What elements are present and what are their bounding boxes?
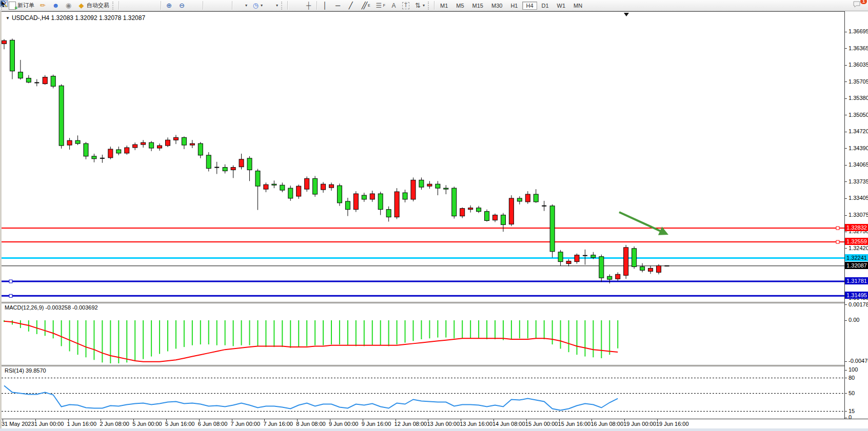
timeframe-m1[interactable]: M1 bbox=[437, 2, 451, 10]
timeframe-d1[interactable]: D1 bbox=[538, 2, 553, 10]
time-tick-label: 13 Jun 16:00 bbox=[460, 421, 492, 427]
dropdown-caret-icon: ▾ bbox=[423, 3, 425, 8]
timeframe-m30[interactable]: M30 bbox=[488, 2, 506, 10]
time-tick-label: 13 Jun 00:00 bbox=[427, 421, 460, 427]
profile-button[interactable]: ☻ bbox=[49, 0, 62, 11]
cursor-tool-button[interactable] bbox=[289, 0, 302, 11]
time-tick-label: 1 Jun 16:00 bbox=[67, 421, 97, 427]
indicators-button[interactable]: +▾ bbox=[234, 0, 249, 11]
indicators-icon: + bbox=[236, 2, 245, 10]
axis-tick-mark bbox=[845, 65, 847, 66]
level-price-label: 1.32832 bbox=[845, 224, 868, 231]
line-chart-icon bbox=[148, 2, 157, 10]
timeframe-group: M1M5M15M30H1H4D1W1MN bbox=[436, 3, 586, 9]
price-axis[interactable]: 1.366951.363651.360351.357051.353801.350… bbox=[844, 11, 868, 419]
templates-button[interactable]: ▾ bbox=[265, 0, 280, 11]
axis-tick-mark bbox=[845, 378, 847, 378]
time-tick-label: 14 Jun 08:00 bbox=[492, 421, 525, 427]
tile-windows-button[interactable] bbox=[188, 0, 201, 11]
price-tick: 1.33405 bbox=[849, 195, 868, 201]
crosshair-tool-button[interactable]: ┼ bbox=[302, 0, 315, 11]
dropdown-caret-icon: ▾ bbox=[276, 3, 278, 8]
level-price-label: 1.32087 bbox=[845, 262, 868, 269]
zoom-out-button[interactable]: ⊖ bbox=[175, 0, 188, 11]
chart-shift-marker[interactable] bbox=[624, 13, 629, 16]
fibonacci-tool-button[interactable]: ☰F bbox=[372, 0, 387, 11]
timeframe-h4[interactable]: H4 bbox=[522, 2, 537, 10]
price-tick: 1.35380 bbox=[849, 95, 868, 101]
search-button[interactable] bbox=[839, 0, 852, 11]
text-icon: A bbox=[389, 2, 398, 10]
price-tick: 1.36035 bbox=[849, 61, 868, 68]
channel-tool-button[interactable]: ╱╱E bbox=[357, 0, 372, 11]
timeframe-m15[interactable]: M15 bbox=[469, 2, 487, 10]
axis-tick-mark bbox=[845, 320, 847, 321]
price-tick: 1.32420 bbox=[849, 245, 868, 251]
ohlc-readout: USDCAD-,H4 1.32083 1.32092 1.32078 1.320… bbox=[12, 14, 145, 22]
signals-button[interactable]: ◉ bbox=[62, 0, 75, 11]
price-chart-panel[interactable]: ▼USDCAD-,H4 1.32083 1.32092 1.32078 1.32… bbox=[2, 11, 844, 302]
trendline-tool-button[interactable]: ╱ bbox=[344, 0, 357, 11]
channel-icon: ╱╱ bbox=[359, 2, 368, 10]
price-tick: 1.36695 bbox=[849, 28, 868, 34]
notifications-button[interactable]: 1 bbox=[852, 0, 865, 11]
autotrade-button[interactable]: ◆ 自动交易 bbox=[75, 0, 111, 11]
arrows-icon: ⇅ bbox=[413, 2, 422, 10]
auto-scroll-button[interactable] bbox=[205, 0, 218, 11]
level-price-label: 1.31781 bbox=[845, 277, 868, 284]
axis-tick-mark bbox=[845, 98, 847, 99]
price-tick: 1.33735 bbox=[849, 178, 868, 184]
level-price-label: 1.32559 bbox=[845, 238, 868, 245]
dropdown-caret-icon: ▾ bbox=[245, 3, 247, 8]
bar-chart-button[interactable] bbox=[121, 0, 133, 11]
horizontal-line-icon: ─ bbox=[333, 2, 342, 10]
vline-tool-button[interactable]: │ bbox=[319, 0, 331, 11]
label-tool-button[interactable]: T bbox=[400, 0, 411, 11]
candle-chart-button[interactable] bbox=[133, 0, 146, 11]
chart-shift-button[interactable] bbox=[218, 0, 230, 11]
autotrade-icon: ◆ bbox=[77, 2, 86, 10]
price-tick: 1.34720 bbox=[849, 128, 868, 134]
macd-label: MACD(12,26,9) -0.003258 -0.003692 bbox=[5, 304, 98, 311]
rsi-canvas[interactable] bbox=[2, 366, 844, 419]
price-tick: 1.34065 bbox=[849, 161, 868, 168]
zoom-in-button[interactable]: ⊕ bbox=[163, 0, 175, 11]
price-tick: 1.35050 bbox=[849, 112, 868, 118]
time-tick-label: 15 Jun 00:00 bbox=[525, 421, 558, 427]
macd-axis-tick: 0.00 bbox=[849, 317, 859, 323]
level-price-label: 1.31495 bbox=[845, 292, 868, 299]
macd-panel[interactable]: MACD(12,26,9) -0.003258 -0.003692 bbox=[2, 303, 844, 365]
trendline-icon: ╱ bbox=[346, 2, 355, 10]
text-tool-button[interactable]: A bbox=[387, 0, 400, 11]
crayon-button[interactable]: ✏ bbox=[36, 0, 49, 11]
new-order-button[interactable]: + 新订单 bbox=[6, 0, 36, 11]
axis-tick-mark bbox=[845, 48, 847, 49]
tile-windows-icon bbox=[190, 2, 199, 10]
vertical-line-icon: │ bbox=[321, 2, 329, 10]
rsi-axis-tick: 80 bbox=[849, 375, 855, 381]
crayon-icon: ✏ bbox=[38, 2, 47, 10]
candlestick-canvas[interactable] bbox=[2, 12, 844, 302]
toolbar-separator bbox=[203, 1, 203, 10]
axis-tick-mark bbox=[845, 198, 847, 199]
time-tick-label: 8 Jun 08:00 bbox=[296, 421, 326, 427]
rsi-panel[interactable]: RSI(14) 39.8570 bbox=[2, 366, 844, 419]
axis-tick-mark bbox=[845, 181, 847, 182]
periods-button[interactable]: ◷▾ bbox=[249, 0, 265, 11]
timeframe-h1[interactable]: H1 bbox=[507, 2, 521, 10]
chart-dropdown-icon[interactable]: ▼ bbox=[6, 16, 10, 20]
timeframe-mn[interactable]: MN bbox=[570, 2, 586, 10]
toolbar: + 新订单 ✏ ☻ ◉ ◆ 自动交易 ⊕ ⊖ +▾ ◷▾ ▾ ┼ │ ─ ╱ ╱… bbox=[0, 0, 868, 11]
timeframe-w1[interactable]: W1 bbox=[554, 2, 569, 10]
time-tick-label: 9 Jun 00:00 bbox=[329, 421, 359, 427]
axis-tick-mark bbox=[845, 148, 847, 149]
hline-tool-button[interactable]: ─ bbox=[331, 0, 344, 11]
time-axis[interactable]: 31 May 20231 Jun 00:001 Jun 16:002 Jun 0… bbox=[2, 419, 868, 428]
line-chart-button[interactable] bbox=[146, 0, 159, 11]
arrows-tool-button[interactable]: ⇅▾ bbox=[411, 0, 427, 11]
timeframe-m5[interactable]: M5 bbox=[452, 2, 467, 10]
zoom-out-icon: ⊖ bbox=[177, 2, 186, 10]
macd-canvas[interactable] bbox=[2, 303, 844, 365]
zoom-in-icon: ⊕ bbox=[165, 2, 173, 10]
axis-tick-mark bbox=[845, 248, 847, 249]
